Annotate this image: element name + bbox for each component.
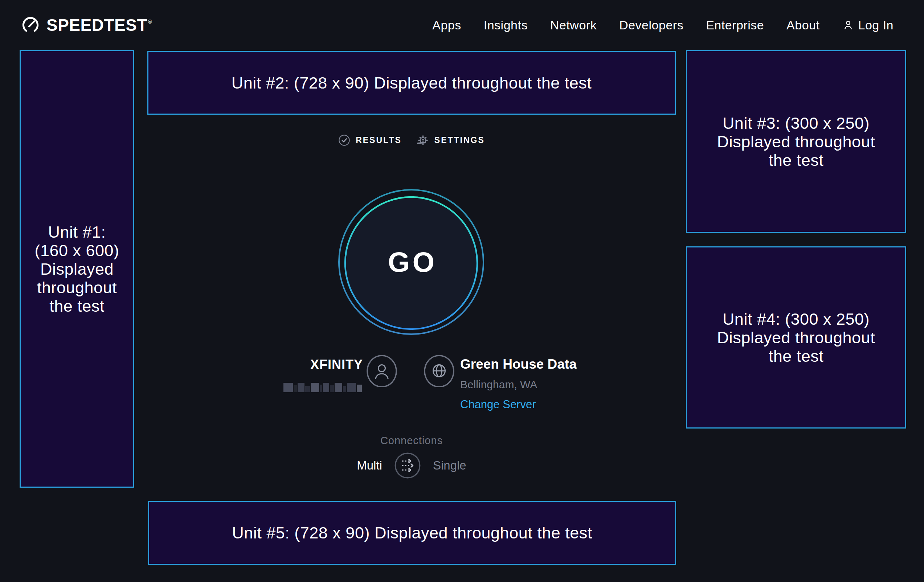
logo-text: SPEEDTEST® <box>46 15 151 35</box>
login-label: Log In <box>858 18 894 32</box>
ad-unit-4-rectangle[interactable]: Unit #4: (300 x 250) Displayed throughou… <box>686 246 906 429</box>
ad-unit-5-leaderboard[interactable]: Unit #5: (728 x 90) Displayed throughout… <box>148 501 676 565</box>
settings-label: SETTINGS <box>434 135 485 145</box>
nav-item-enterprise[interactable]: Enterprise <box>706 18 764 32</box>
top-nav-bar: SPEEDTEST® Apps Insights Network Develop… <box>0 0 924 50</box>
check-circle-icon <box>338 134 350 146</box>
gauge-icon <box>20 15 41 35</box>
redacted-ip <box>284 381 362 392</box>
nav-item-insights[interactable]: Insights <box>484 18 528 32</box>
server-location: Bellingham, WA <box>460 378 577 391</box>
connections-row: Multi Single <box>147 452 676 479</box>
nav-item-network[interactable]: Network <box>550 18 597 32</box>
ad-unit-2-leaderboard[interactable]: Unit #2: (728 x 90) Displayed throughout… <box>147 51 676 115</box>
server-globe-icon <box>423 355 455 387</box>
nav-item-about[interactable]: About <box>787 18 820 32</box>
isp-avatar-icon <box>366 355 398 387</box>
ad-unit-1-text: Unit #1: (160 x 600) Displayed throughou… <box>35 223 119 315</box>
user-icon <box>842 19 854 31</box>
nav-item-developers[interactable]: Developers <box>619 18 683 32</box>
results-label: RESULTS <box>356 135 402 145</box>
tab-results[interactable]: RESULTS <box>338 134 402 146</box>
ad-unit-1-skyscraper[interactable]: Unit #1: (160 x 600) Displayed throughou… <box>20 50 134 488</box>
trademark-mark: ® <box>148 19 152 25</box>
ad-unit-3-text: Unit #3: (300 x 250) Displayed throughou… <box>717 114 875 170</box>
nav-item-apps[interactable]: Apps <box>432 18 461 32</box>
go-button[interactable]: GO <box>332 182 491 342</box>
connections-multi-label[interactable]: Multi <box>357 458 382 472</box>
tabs-row: RESULTS SETTINGS <box>147 134 676 147</box>
server-info: Green House Data Bellingham, WA Change S… <box>460 357 577 411</box>
speedtest-logo[interactable]: SPEEDTEST® <box>20 0 151 50</box>
connections-label: Connections <box>147 435 676 447</box>
login-button[interactable]: Log In <box>842 18 894 32</box>
connections-toggle-icon[interactable] <box>394 452 421 479</box>
speedtest-page: { "header": { "logo_text": "SPEEDTEST", … <box>0 0 924 582</box>
server-name: Green House Data <box>460 357 577 372</box>
main-nav: Apps Insights Network Developers Enterpr… <box>432 0 894 50</box>
ad-unit-2-text: Unit #2: (728 x 90) Displayed throughout… <box>231 74 592 92</box>
connections-single-label[interactable]: Single <box>433 458 466 472</box>
ad-unit-3-rectangle[interactable]: Unit #3: (300 x 250) Displayed throughou… <box>686 50 906 233</box>
tab-settings[interactable]: SETTINGS <box>417 134 485 146</box>
ad-unit-4-text: Unit #4: (300 x 250) Displayed throughou… <box>717 310 875 365</box>
change-server-link[interactable]: Change Server <box>460 398 577 411</box>
go-label: GO <box>332 182 491 342</box>
isp-name: XFINITY <box>310 357 363 372</box>
ad-unit-5-text: Unit #5: (728 x 90) Displayed throughout… <box>232 524 592 542</box>
gear-icon <box>417 134 429 146</box>
